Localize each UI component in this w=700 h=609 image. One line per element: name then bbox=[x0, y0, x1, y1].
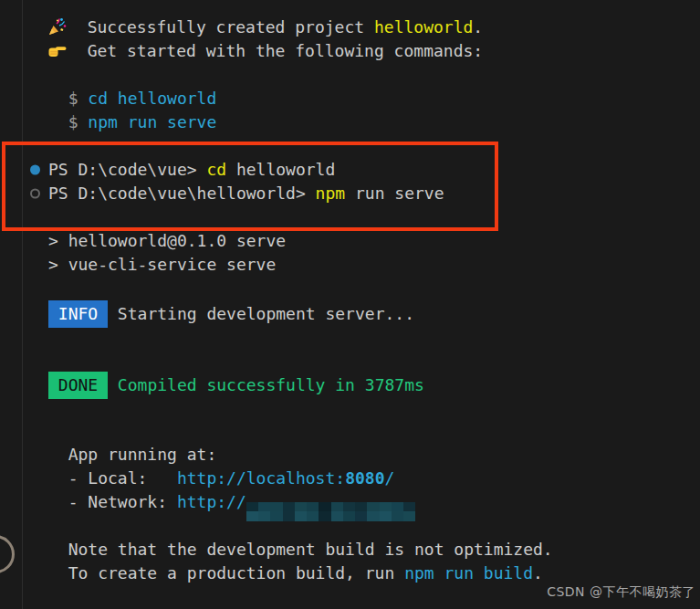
line-cmd-cd: $ cd helloworld bbox=[0, 87, 700, 110]
line-blank bbox=[0, 324, 700, 348]
network-url-link[interactable]: http:// bbox=[177, 492, 246, 511]
text-segment: Starting development server... bbox=[108, 304, 414, 323]
text-segment: PS D:\code\vue\helloworld> bbox=[48, 184, 316, 203]
terminal-output: Successfully created project helloworld.… bbox=[0, 0, 700, 609]
command-success-decoration-icon[interactable] bbox=[30, 165, 40, 175]
line-blank bbox=[0, 134, 700, 158]
line-info: INFO Starting development server... bbox=[0, 300, 700, 324]
text-segment: - Network: bbox=[48, 492, 177, 511]
text-segment: cd bbox=[206, 160, 226, 179]
text-segment: - Local: bbox=[48, 468, 177, 488]
text-segment: $ bbox=[48, 89, 88, 108]
text-segment: > vue-cli-service serve bbox=[48, 255, 276, 274]
text-segment: . bbox=[473, 17, 483, 37]
line-done: DONE Compiled successfully in 3787ms bbox=[0, 372, 700, 395]
line-blank bbox=[0, 419, 700, 443]
line-blank bbox=[0, 514, 700, 538]
text-segment: npm bbox=[316, 184, 346, 203]
terminal-screen: Successfully created project helloworld.… bbox=[0, 0, 700, 609]
line-prompt-serve: PS D:\code\vue\helloworld> npm run serve bbox=[0, 182, 700, 205]
line-prompt-cd: PS D:\code\vue> cd helloworld bbox=[0, 158, 700, 182]
local-url-link[interactable]: http://localhost: bbox=[177, 468, 345, 488]
watermark: CSDN @下午不喝奶茶了 bbox=[547, 584, 695, 601]
local-url-slash[interactable]: / bbox=[384, 468, 394, 488]
line-cmd-serve: $ npm run serve bbox=[0, 110, 700, 134]
text-segment: > helloworld@0.1.0 serve bbox=[48, 231, 286, 250]
line-blank bbox=[0, 348, 700, 372]
text-segment: npm run build bbox=[404, 563, 533, 583]
line-project-created: Successfully created project helloworld. bbox=[0, 16, 700, 39]
party-popper-icon bbox=[48, 17, 67, 36]
line-blank bbox=[0, 205, 700, 229]
line-blank bbox=[0, 395, 700, 419]
text-segment: run serve bbox=[345, 184, 444, 203]
line-network-url: - Network: http:// bbox=[0, 490, 700, 514]
line-blank bbox=[0, 277, 700, 300]
text-segment: Get started with the following commands: bbox=[68, 41, 483, 60]
text-segment: Successfully created project bbox=[68, 17, 374, 37]
line-npm-script: > helloworld@0.1.0 serve bbox=[0, 229, 700, 253]
line-app-running: App running at: bbox=[0, 443, 700, 467]
line-blank bbox=[0, 63, 700, 87]
pointing-right-icon bbox=[48, 41, 67, 59]
line-local-url: - Local: http://localhost:8080/ bbox=[0, 467, 700, 490]
text-segment: App running at: bbox=[48, 445, 216, 464]
text-segment: npm run serve bbox=[88, 112, 216, 131]
text-segment: To create a production build, run bbox=[48, 563, 404, 583]
text-segment: $ bbox=[48, 112, 88, 131]
text-segment: PS D:\code\vue> bbox=[48, 160, 206, 179]
text-segment: Note that the development build is not o… bbox=[48, 540, 553, 559]
line-production-hint: To create a production build, run npm ru… bbox=[0, 562, 700, 585]
command-running-decoration-icon[interactable] bbox=[30, 189, 40, 199]
local-url-port[interactable]: 8080 bbox=[345, 468, 384, 488]
text-segment: helloworld bbox=[226, 160, 335, 179]
text-segment: cd helloworld bbox=[88, 89, 216, 108]
text-segment: helloworld bbox=[374, 17, 473, 37]
line-vue-cli-service: > vue-cli-service serve bbox=[0, 253, 700, 277]
text-segment: Compiled successfully in 3787ms bbox=[108, 375, 424, 394]
text-segment: . bbox=[533, 563, 543, 583]
line-get-started: Get started with the following commands: bbox=[0, 39, 700, 63]
line-note: Note that the development build is not o… bbox=[0, 538, 700, 562]
